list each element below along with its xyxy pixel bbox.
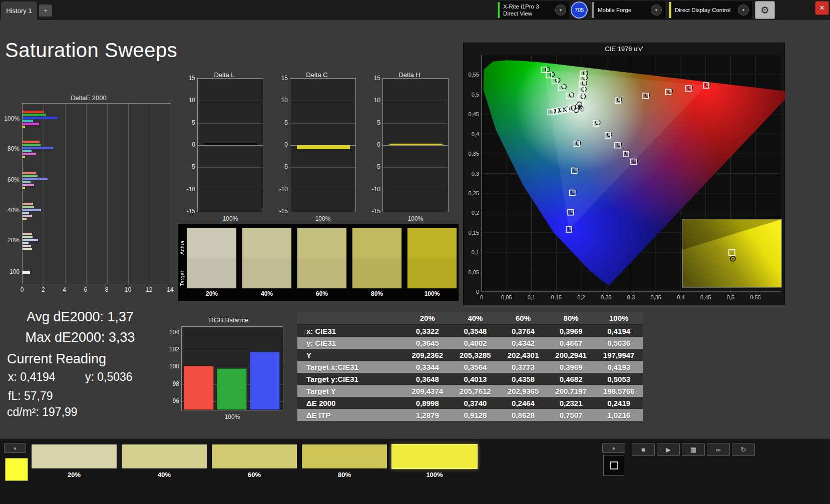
chevron-down-icon[interactable]: ▼ xyxy=(651,5,662,16)
table-cell: 209,4374 xyxy=(403,387,452,395)
x-axis-tick-label: 6 xyxy=(81,286,91,293)
table-cell: 0,3344 xyxy=(403,363,452,371)
delta-l-chart: Delta L 151050-5-10-15100% xyxy=(184,70,264,226)
y-axis-tick-label: -10 xyxy=(369,186,380,193)
table-header-cell: 20% xyxy=(403,314,452,322)
actual-target-swatch-strip: Actual Target 20%40%60%80%100% xyxy=(178,224,459,301)
settings-gear-icon[interactable]: ⚙ xyxy=(755,1,775,19)
table-cell: 0,5053 xyxy=(595,375,643,383)
table-row: ΔE 20000,89980,37400,24640,23210,2419 xyxy=(297,397,643,409)
stop-button[interactable]: ■ xyxy=(632,443,655,456)
gridline xyxy=(383,190,448,190)
svg-text:0,2: 0,2 xyxy=(577,294,585,300)
y-axis-tick-label: -5 xyxy=(277,163,288,170)
de-bar xyxy=(23,126,25,128)
x-axis-tick-label: 4 xyxy=(60,286,70,293)
delta-h-chart: Delta H 151050-5-10-15100% xyxy=(369,70,450,226)
x-axis-label: 100% xyxy=(382,215,449,222)
x-axis-tick-label: 12 xyxy=(144,286,154,293)
table-cell: 0,4002 xyxy=(452,339,500,347)
max-de2000: Max dE2000: 3,33 xyxy=(5,330,155,345)
y-axis-group-label: 80% xyxy=(3,145,20,152)
delta-plot-area xyxy=(197,78,263,212)
gridline xyxy=(182,350,283,350)
svg-text:0,35: 0,35 xyxy=(469,151,479,157)
table-cell: 209,2362 xyxy=(403,351,452,359)
table-cell: 197,9947 xyxy=(595,351,643,359)
table-cell: 1,2879 xyxy=(403,411,452,419)
table-cell: 0,4342 xyxy=(499,339,547,347)
gridline xyxy=(44,104,44,284)
bottom-swatch-60%[interactable] xyxy=(211,444,297,469)
row-label: Target x:CIE31 xyxy=(297,363,403,371)
chevron-down-icon[interactable]: ▼ xyxy=(555,5,566,16)
bottom-swatch-80%[interactable] xyxy=(301,444,387,469)
table-cell: 0,5036 xyxy=(595,339,643,347)
source-label: Mobile Forge xyxy=(594,7,651,14)
y-axis-tick-label: 104 xyxy=(166,329,179,336)
table-cell: 0,8628 xyxy=(499,411,547,419)
bottom-swatch-40%[interactable] xyxy=(121,444,207,469)
up-arrow-icon[interactable]: ▲ xyxy=(4,443,26,453)
de-bar xyxy=(23,156,25,158)
gridline xyxy=(290,123,355,124)
table-cell: 200,2941 xyxy=(547,351,595,359)
chart-title: Delta H xyxy=(369,71,450,79)
gridline xyxy=(198,79,263,79)
y-axis-tick-label: 10 xyxy=(277,97,288,104)
y-axis-group-label: 60% xyxy=(3,176,20,183)
table-cell: 0,4013 xyxy=(452,375,500,383)
gridline xyxy=(198,212,263,212)
reference-yellow-swatch[interactable] xyxy=(5,458,28,481)
de-bar xyxy=(23,181,31,183)
y-axis-tick-label: -15 xyxy=(277,208,288,215)
up-arrow-icon[interactable]: ▲ xyxy=(602,443,625,453)
y-axis-tick-label: 10 xyxy=(184,97,195,104)
link-button[interactable]: ∞ xyxy=(707,443,730,456)
x-axis-tick-label: 8 xyxy=(102,286,112,293)
de-bar xyxy=(23,120,33,122)
close-icon[interactable]: × xyxy=(815,1,829,15)
bottom-swatch-label: 100% xyxy=(391,471,478,478)
table-cell: 0,3322 xyxy=(403,327,452,335)
deltae2000-chart: DeltaE 2000 02468101214100%80%60%40%20%1… xyxy=(3,93,174,303)
svg-text:0,05: 0,05 xyxy=(501,294,512,300)
de-bar xyxy=(23,144,41,146)
meter-count-badge[interactable]: 705 xyxy=(571,2,588,19)
gridline xyxy=(383,79,448,79)
bottom-swatch-100%[interactable] xyxy=(391,444,478,469)
svg-text:0,2: 0,2 xyxy=(472,210,479,216)
current-reading-x: x: 0,4194 xyxy=(8,370,56,384)
row-label: ΔE ITP xyxy=(297,411,403,419)
bottom-swatch-20%[interactable] xyxy=(31,444,117,469)
gridline xyxy=(86,104,87,284)
current-reading-heading: Current Reading xyxy=(7,351,106,367)
add-tab-button[interactable]: + xyxy=(39,5,52,17)
svg-text:0,05: 0,05 xyxy=(469,269,479,275)
source-selector[interactable]: Mobile Forge ▼ xyxy=(592,2,665,19)
svg-text:0,15: 0,15 xyxy=(469,230,479,236)
meter-selector[interactable]: X-Rite i1Pro 3 Direct View ▼ xyxy=(497,2,569,19)
y-axis-tick-label: 10 xyxy=(369,97,380,104)
rgb-balance-chart: RGB Balance 1041021009896100% xyxy=(166,315,291,424)
row-label: Target y:CIE31 xyxy=(297,375,403,383)
de-bar xyxy=(23,141,40,143)
save-button[interactable]: ▦ xyxy=(682,443,705,456)
gridline xyxy=(198,123,263,124)
table-row: x: CIE310,33220,35480,37640,39690,4194 xyxy=(297,325,643,337)
tab-history-1[interactable]: History 1 xyxy=(1,2,37,20)
de-bar xyxy=(23,248,32,250)
saturation-swatch-80% xyxy=(352,228,402,289)
display-control-selector[interactable]: Direct Display Control ▼ xyxy=(669,2,752,19)
chevron-down-icon[interactable]: ▼ xyxy=(738,5,749,16)
table-cell: 205,7612 xyxy=(452,387,500,395)
y-axis-tick-label: 0 xyxy=(184,141,195,148)
table-header-row: 20%40%60%80%100% xyxy=(297,312,643,325)
play-button[interactable]: ▶ xyxy=(657,443,680,456)
top-bar: History 1 + X-Rite i1Pro 3 Direct View ▼… xyxy=(0,0,830,20)
y-axis-tick-label: 100 xyxy=(166,363,179,370)
target-half xyxy=(242,258,291,288)
refresh-button[interactable]: ↻ xyxy=(732,443,755,456)
pattern-window-button[interactable] xyxy=(603,455,624,476)
de-bar xyxy=(23,242,29,244)
